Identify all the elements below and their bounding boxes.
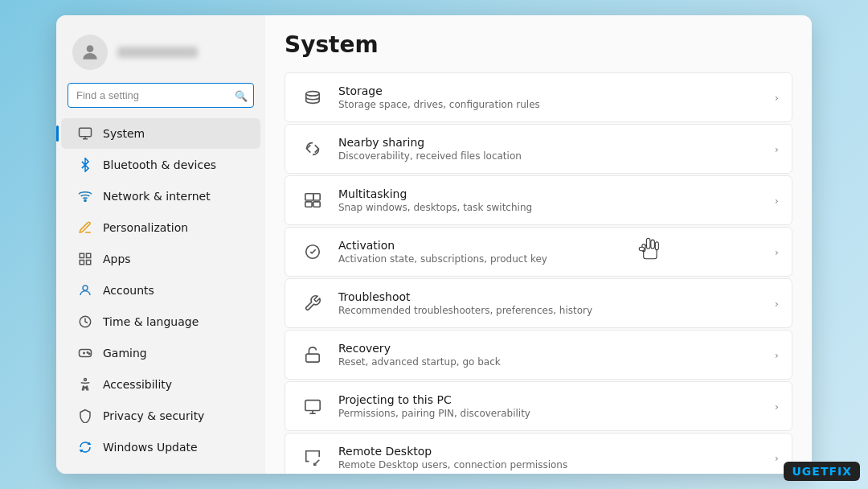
setting-title-activation: Activation xyxy=(338,239,775,252)
sidebar-item-windows-update[interactable]: Windows Update xyxy=(61,432,260,462)
svg-point-17 xyxy=(306,92,320,97)
setting-item-multitasking[interactable]: MultitaskingSnap windows, desktops, task… xyxy=(285,175,792,225)
setting-desc-projecting: Permissions, pairing PIN, discoverabilit… xyxy=(338,408,775,419)
svg-rect-8 xyxy=(80,261,84,265)
chevron-right-icon-multitasking: › xyxy=(775,195,779,207)
svg-rect-20 xyxy=(305,202,312,207)
svg-point-14 xyxy=(87,352,88,354)
svg-point-0 xyxy=(87,45,94,52)
sidebar-label-gaming: Gaming xyxy=(103,347,147,360)
setting-item-recovery[interactable]: RecoveryReset, advanced startup, go back… xyxy=(285,330,792,380)
setting-title-storage: Storage xyxy=(338,84,775,97)
storage-icon xyxy=(298,83,327,112)
svg-rect-21 xyxy=(313,202,320,207)
setting-item-activation[interactable]: ActivationActivation state, subscription… xyxy=(285,227,792,277)
svg-rect-19 xyxy=(313,194,320,200)
sidebar-label-time: Time & language xyxy=(103,315,199,328)
sidebar-item-personalization[interactable]: Personalization xyxy=(61,212,260,243)
setting-desc-activation: Activation state, subscriptions, product… xyxy=(338,253,775,265)
avatar xyxy=(72,35,108,70)
recovery-icon xyxy=(298,340,327,369)
sidebar-item-bluetooth[interactable]: Bluetooth & devices xyxy=(61,150,260,180)
svg-rect-18 xyxy=(305,194,313,200)
setting-desc-remote-desktop: Remote Desktop users, connection permiss… xyxy=(338,459,775,471)
accessibility-icon xyxy=(77,376,93,392)
sidebar-item-network[interactable]: Network & internet xyxy=(61,181,260,212)
sidebar-item-apps[interactable]: Apps xyxy=(61,244,260,274)
svg-rect-1 xyxy=(80,128,92,137)
setting-desc-storage: Storage space, drives, configuration rul… xyxy=(338,99,775,110)
svg-rect-5 xyxy=(80,253,84,257)
chevron-right-icon-nearby-sharing: › xyxy=(775,143,779,155)
svg-rect-23 xyxy=(306,354,320,362)
setting-item-remote-desktop[interactable]: Remote DesktopRemote Desktop users, conn… xyxy=(285,433,792,474)
main-wrapper: System StorageStorage space, drives, con… xyxy=(265,15,812,474)
setting-item-nearby-sharing[interactable]: Nearby sharingDiscoverability, received … xyxy=(285,124,792,174)
sidebar-label-privacy: Privacy & security xyxy=(103,409,204,422)
chevron-right-icon-activation: › xyxy=(775,246,779,258)
watermark: UGETFIX xyxy=(784,462,860,481)
watermark-pre: UG xyxy=(792,465,812,478)
apps-icon xyxy=(77,251,93,267)
troubleshoot-icon xyxy=(298,289,327,318)
multitasking-icon xyxy=(298,186,327,215)
activation-icon xyxy=(298,237,327,266)
search-input[interactable] xyxy=(68,83,254,108)
nav-list: SystemBluetooth & devicesNetwork & inter… xyxy=(56,117,265,463)
watermark-post: TFIX xyxy=(821,465,852,478)
chevron-right-icon-recovery: › xyxy=(775,349,779,361)
remote-desktop-icon xyxy=(298,443,327,472)
nearby-sharing-icon xyxy=(298,134,327,163)
sidebar-label-accessibility: Accessibility xyxy=(103,378,172,391)
setting-desc-troubleshoot: Recommended troubleshooters, preferences… xyxy=(338,305,775,316)
sidebar-label-windows-update: Windows Update xyxy=(103,441,198,454)
settings-list: StorageStorage space, drives, configurat… xyxy=(285,72,792,474)
setting-title-projecting: Projecting to this PC xyxy=(338,393,775,406)
setting-title-multitasking: Multitasking xyxy=(338,187,775,200)
setting-title-remote-desktop: Remote Desktop xyxy=(338,445,775,458)
sidebar-label-personalization: Personalization xyxy=(103,221,188,234)
sidebar-label-network: Network & internet xyxy=(103,190,211,203)
search-icon: 🔍 xyxy=(235,89,248,101)
projecting-icon xyxy=(298,392,327,421)
search-box[interactable]: 🔍 xyxy=(68,83,254,108)
svg-rect-7 xyxy=(87,261,91,265)
sidebar-item-privacy[interactable]: Privacy & security xyxy=(61,401,260,431)
chevron-right-icon-storage: › xyxy=(775,92,779,104)
user-section xyxy=(56,28,265,83)
svg-point-9 xyxy=(83,286,88,290)
sidebar-item-accounts[interactable]: Accounts xyxy=(61,275,260,306)
page-title: System xyxy=(285,31,792,58)
accounts-icon xyxy=(77,282,93,298)
gaming-icon xyxy=(77,345,93,361)
chevron-right-icon-projecting: › xyxy=(775,401,779,413)
setting-item-storage[interactable]: StorageStorage space, drives, configurat… xyxy=(285,72,792,122)
sidebar-item-time[interactable]: Time & language xyxy=(61,306,260,337)
network-icon xyxy=(77,188,93,204)
svg-point-4 xyxy=(84,199,86,201)
svg-rect-6 xyxy=(87,253,91,257)
setting-desc-multitasking: Snap windows, desktops, task switching xyxy=(338,202,775,213)
sidebar-label-accounts: Accounts xyxy=(103,284,154,297)
svg-rect-24 xyxy=(305,401,320,411)
setting-title-troubleshoot: Troubleshoot xyxy=(338,290,775,303)
user-name xyxy=(117,47,198,58)
setting-item-projecting[interactable]: Projecting to this PCPermissions, pairin… xyxy=(285,381,792,431)
sidebar-item-gaming[interactable]: Gaming xyxy=(61,338,260,368)
privacy-icon xyxy=(77,408,93,424)
personalization-icon xyxy=(77,220,93,236)
system-icon xyxy=(77,125,93,142)
setting-desc-recovery: Reset, advanced startup, go back xyxy=(338,356,775,368)
bluetooth-icon xyxy=(77,157,93,173)
sidebar-item-accessibility[interactable]: Accessibility xyxy=(61,369,260,400)
setting-title-recovery: Recovery xyxy=(338,342,775,355)
chevron-right-icon-remote-desktop: › xyxy=(775,452,779,464)
sidebar-label-system: System xyxy=(103,127,145,140)
setting-desc-nearby-sharing: Discoverability, received files location xyxy=(338,150,775,162)
sidebar-item-system[interactable]: System xyxy=(61,118,260,149)
time-icon xyxy=(77,314,93,330)
setting-title-nearby-sharing: Nearby sharing xyxy=(338,136,775,149)
setting-item-troubleshoot[interactable]: TroubleshootRecommended troubleshooters,… xyxy=(285,278,792,328)
watermark-accent: E xyxy=(812,465,821,478)
sidebar: 🔍 SystemBluetooth & devicesNetwork & int… xyxy=(56,15,265,474)
